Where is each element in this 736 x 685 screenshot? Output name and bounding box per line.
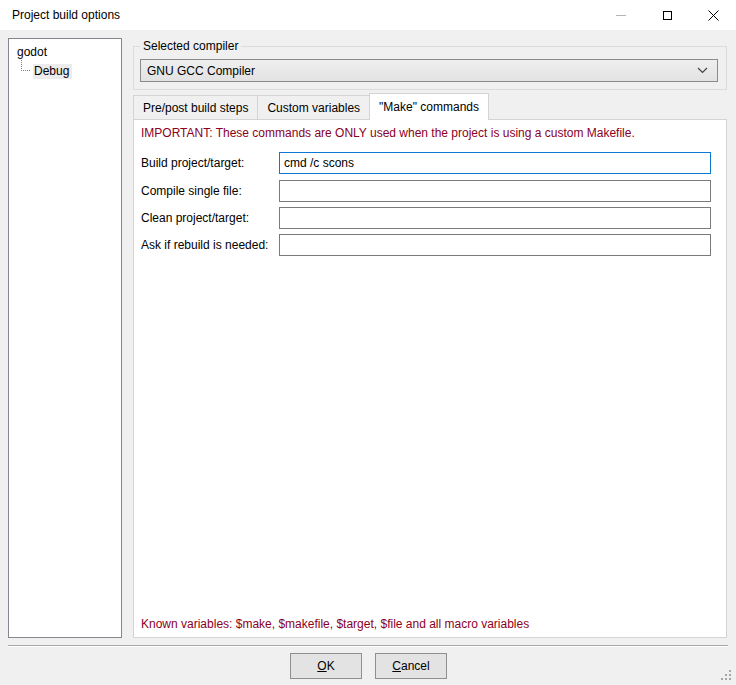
tree-item-project[interactable]: godot bbox=[9, 44, 121, 61]
chevron-down-icon bbox=[697, 67, 708, 74]
window-title: Project build options bbox=[12, 8, 120, 22]
tab-make-commands[interactable]: "Make" commands bbox=[369, 93, 489, 120]
compiler-select[interactable]: GNU GCC Compiler bbox=[140, 59, 718, 82]
build-project-target-label: Build project/target: bbox=[141, 155, 244, 171]
resize-grip[interactable] bbox=[719, 668, 732, 681]
maximize-icon bbox=[663, 11, 672, 20]
titlebar: Project build options bbox=[0, 0, 736, 30]
compile-single-file-label: Compile single file: bbox=[141, 183, 242, 199]
makefile-warning-text: IMPORTANT: These commands are ONLY used … bbox=[141, 126, 635, 140]
selected-compiler-group: Selected compiler GNU GCC Compiler bbox=[133, 46, 727, 90]
compile-single-file-input[interactable] bbox=[279, 180, 711, 202]
tab-pre-post-build-steps[interactable]: Pre/post build steps bbox=[133, 95, 258, 120]
tree-item-label: godot bbox=[17, 45, 47, 59]
minimize-button[interactable] bbox=[598, 0, 644, 30]
close-icon bbox=[708, 10, 719, 21]
tab-custom-variables[interactable]: Custom variables bbox=[257, 95, 370, 120]
ok-button[interactable]: OK bbox=[290, 653, 362, 679]
footer-divider bbox=[8, 645, 728, 647]
tab-label: Custom variables bbox=[267, 101, 360, 115]
ask-if-rebuild-needed-input[interactable] bbox=[279, 234, 711, 256]
maximize-button[interactable] bbox=[644, 0, 690, 30]
minimize-icon bbox=[616, 15, 626, 16]
build-target-tree: godot Debug bbox=[8, 38, 122, 638]
clean-project-target-input[interactable] bbox=[279, 207, 711, 229]
project-build-options-dialog: Project build options godot Debug bbox=[0, 0, 736, 685]
clean-project-target-label: Clean project/target: bbox=[141, 210, 249, 226]
build-project-target-input[interactable] bbox=[279, 152, 711, 174]
close-button[interactable] bbox=[690, 0, 736, 30]
known-variables-text: Known variables: $make, $makefile, $targ… bbox=[141, 617, 529, 631]
cancel-button[interactable]: Cancel bbox=[375, 653, 447, 679]
tree-item-debug[interactable]: Debug bbox=[9, 63, 121, 80]
cancel-button-label: Cancel bbox=[392, 659, 429, 673]
tab-label: "Make" commands bbox=[379, 100, 479, 114]
tab-label: Pre/post build steps bbox=[143, 101, 248, 115]
group-label: Selected compiler bbox=[140, 39, 241, 53]
make-commands-panel: IMPORTANT: These commands are ONLY used … bbox=[133, 119, 727, 638]
caption-buttons bbox=[598, 0, 736, 30]
ok-button-label: OK bbox=[317, 659, 334, 673]
build-options-tabs: Pre/post build steps Custom variables "M… bbox=[133, 93, 488, 120]
compiler-selected-value: GNU GCC Compiler bbox=[147, 64, 255, 78]
tree-connector-line bbox=[21, 60, 30, 71]
ask-if-rebuild-needed-label: Ask if rebuild is needed: bbox=[141, 237, 268, 253]
tree-item-label: Debug bbox=[33, 64, 72, 79]
